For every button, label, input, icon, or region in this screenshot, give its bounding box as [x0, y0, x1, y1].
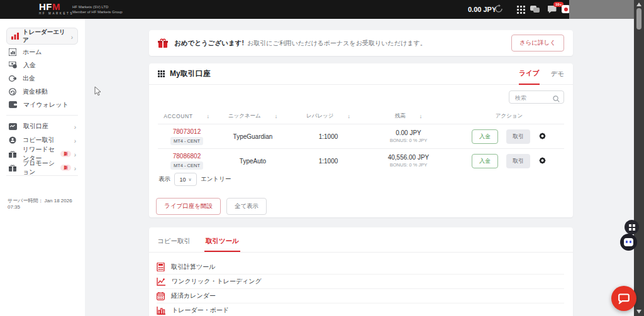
account-settings-gear-icon[interactable] — [538, 132, 547, 141]
tool-item-calculator[interactable]: 取引計算ツール — [149, 260, 573, 274]
sidebar-item-trader-area[interactable]: トレーダーエリア — [6, 28, 78, 45]
chevron-down-icon: ∨ — [188, 177, 191, 182]
account-number-link[interactable]: 78086802 — [173, 153, 201, 160]
refresh-icon[interactable] — [494, 4, 504, 14]
tab-trading-tools[interactable]: 取引ツール — [204, 237, 240, 252]
promotions-icon — [9, 165, 16, 172]
deposit-icon — [9, 62, 17, 68]
sidebar-item-trading-accounts[interactable]: 取引口座 — [0, 119, 85, 133]
show-all-button[interactable]: 全て表示 — [226, 198, 267, 215]
chevron-right-icon — [71, 31, 73, 42]
accounts-grid-icon — [158, 70, 165, 77]
column-account[interactable]: ACCOUNT — [158, 113, 215, 119]
tool-calendar-label: 経済カレンダー — [171, 291, 216, 300]
tool-item-one-click-trading[interactable]: ワンクリック・トレーディング — [149, 275, 573, 288]
column-nickname[interactable]: ニックネーム — [215, 112, 291, 120]
platform-badge: MT4 - CENT — [170, 161, 203, 170]
my-accounts-card: My取引口座 ライブ デモ ACCOUNT ニックネーム レバレッジ 残高 アク… — [149, 63, 573, 217]
search-input[interactable] — [514, 92, 557, 104]
qr-code-icon — [629, 224, 635, 231]
tools-card-tabs: コピー取引 取引ツール — [149, 227, 573, 253]
qr-widget-button[interactable] — [625, 220, 639, 234]
logo-accent: M — [52, 1, 60, 12]
sidebar-withdrawal-label: 出金 — [23, 74, 85, 83]
account-number-link[interactable]: 78073012 — [173, 128, 201, 135]
table-header: ACCOUNT ニックネーム レバレッジ 残高 アクション — [149, 109, 573, 124]
user-profile-area[interactable] — [569, 0, 634, 19]
tool-item-traders-board[interactable]: トレーダー・ボード — [149, 303, 573, 316]
tab-live[interactable]: ライブ — [519, 63, 539, 85]
account-balance: 40,556.00 JPY — [388, 154, 430, 161]
sidebar-item-transfer[interactable]: 資金移動 — [0, 85, 85, 98]
trader-area-label: トレーダーエリア — [23, 28, 71, 45]
hfm-logo[interactable]: HFM HF MARKETS — [39, 2, 74, 15]
robot-assistant-icon — [624, 238, 633, 246]
company-line1: HF Markets (SV) LTD — [72, 4, 123, 9]
tab-copy-trading[interactable]: コピー取引 — [156, 237, 192, 252]
scroll-down-arrow[interactable] — [636, 310, 641, 313]
one-click-trading-icon — [157, 278, 165, 286]
search-row — [149, 85, 573, 109]
company-info: HF Markets (SV) LTD Member of HF Markets… — [72, 4, 123, 14]
messages-icon[interactable] — [530, 5, 540, 15]
account-search[interactable] — [509, 90, 564, 104]
tool-item-economic-calendar[interactable]: 経済カレンダー — [149, 289, 573, 303]
show-label: 表示 — [158, 175, 170, 183]
page-size-value: 10 — [179, 177, 186, 183]
page-scrollbar[interactable] — [634, 0, 644, 316]
new-badge: 新 — [60, 151, 71, 157]
banner-message: お取引にご利用いただけるボーナスをお受取りいただけます。 — [247, 39, 511, 48]
learn-more-button[interactable]: さらに詳しく — [511, 35, 564, 52]
tool-traders-board-label: トレーダー・ボード — [172, 306, 229, 315]
table-row: 78073012 MT4 - CENT TypeGuardian 1:1000 … — [149, 124, 573, 148]
live-chat-button[interactable] — [611, 286, 636, 311]
red-dot-icon — [564, 8, 568, 11]
column-balance[interactable]: 残高 — [366, 112, 451, 120]
accounts-card-title: My取引口座 — [170, 68, 508, 79]
tab-demo[interactable]: デモ — [551, 63, 565, 84]
apps-grid-icon[interactable] — [517, 5, 527, 15]
transfer-icon — [9, 88, 16, 95]
deposit-button[interactable]: 入金 — [472, 154, 498, 168]
sidebar-item-withdrawal[interactable]: 出金 — [0, 72, 85, 85]
account-leverage: 1:1000 — [291, 133, 366, 140]
trade-button[interactable]: 取引 — [506, 129, 530, 144]
deposit-button[interactable]: 入金 — [472, 129, 498, 144]
server-time: サーバー時間： Jan 18 2026 07:35 — [8, 197, 85, 210]
scrollbar-thumb[interactable] — [636, 8, 641, 30]
sidebar-deposit-label: 入金 — [23, 61, 85, 70]
trade-button[interactable]: 取引 — [506, 154, 530, 168]
chevron-right-icon — [74, 121, 76, 132]
account-settings-gear-icon[interactable] — [538, 156, 547, 166]
banner-title: おめでとうございます! — [174, 39, 244, 48]
company-line2: Member of HF Markets Group — [72, 9, 123, 14]
sidebar-item-home[interactable]: ホーム — [0, 45, 85, 58]
trading-accounts-icon — [9, 123, 17, 130]
sidebar-home-label: ホーム — [23, 48, 85, 57]
tool-calculator-label: 取引計算ツール — [171, 263, 215, 271]
sidebar-item-deposit[interactable]: 入金 — [0, 58, 85, 72]
account-bonus: BONUS: 0 % JPY — [390, 138, 428, 143]
pagination: 表示 10 ∨ エントリー — [158, 173, 231, 186]
account-nickname: TypeGuardian — [215, 133, 291, 140]
chevron-right-icon — [74, 162, 76, 173]
sidebar-copy-trading-label: コピー取引 — [23, 136, 74, 144]
notifications-icon[interactable]: 10+ — [548, 5, 558, 15]
sidebar-item-wallet[interactable]: マイウォレット — [0, 98, 85, 111]
account-balance: 0.00 JPY — [396, 129, 421, 136]
server-time-label: サーバー時間： — [8, 198, 43, 204]
sidebar-item-promotions[interactable]: プロモーション 新 — [0, 161, 85, 175]
chat-bubble-icon — [618, 293, 630, 304]
withdrawal-icon — [9, 75, 16, 82]
page-size-select[interactable]: 10 ∨ — [174, 173, 197, 186]
column-leverage[interactable]: レバレッジ — [291, 112, 366, 120]
tool-one-click-label: ワンクリック・トレーディング — [172, 277, 262, 286]
scroll-up-arrow[interactable] — [636, 3, 641, 6]
open-live-account-button[interactable]: ライブ口座を開設 — [156, 198, 221, 215]
home-icon — [9, 48, 16, 56]
accounts-card-header: My取引口座 ライブ デモ — [149, 63, 573, 85]
account-bonus: BONUS: 0 % JPY — [390, 162, 428, 168]
economic-calendar-icon — [157, 292, 165, 300]
assistant-widget-button[interactable] — [620, 234, 637, 251]
sidebar-trading-accounts-label: 取引口座 — [23, 122, 74, 131]
